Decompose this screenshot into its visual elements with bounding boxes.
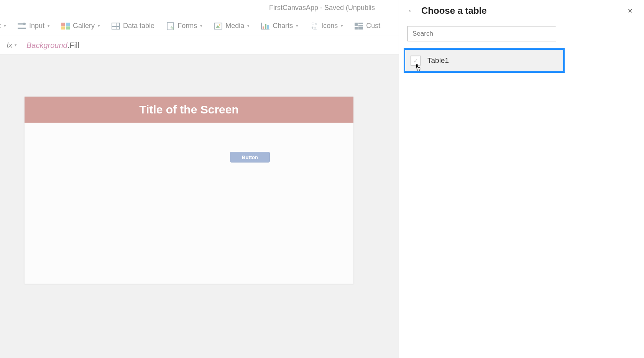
chevron-down-icon: ▾: [247, 23, 250, 28]
ribbon-custom-button[interactable]: Cust: [355, 22, 380, 30]
panel-title: Choose a table: [421, 5, 619, 16]
choose-table-panel: ← Choose a table ✕ ✓ 👆︎ Table1: [399, 0, 644, 358]
ribbon-datatable-button[interactable]: Data table: [112, 22, 154, 30]
back-arrow-icon[interactable]: ←: [407, 7, 416, 15]
app-title-text: FirstCanvasApp - Saved (Unpublis: [269, 4, 375, 12]
ribbon-charts-dropdown[interactable]: Charts ▾: [261, 22, 298, 30]
formula-identifier: Background: [26, 41, 67, 49]
app-screen[interactable]: Title of the Screen Button: [25, 97, 353, 284]
table-checkbox[interactable]: ✓ 👆︎: [411, 56, 421, 66]
divider: [21, 39, 21, 51]
table-icon: [112, 22, 120, 30]
screen-button[interactable]: Button: [230, 152, 270, 163]
chevron-down-icon: ▾: [296, 23, 298, 28]
formula-property: .Fill: [67, 41, 79, 49]
chevron-down-icon: ▾: [341, 23, 343, 28]
chevron-down-icon[interactable]: ▾: [15, 43, 17, 48]
ribbon-media-dropdown[interactable]: Media ▾: [214, 22, 250, 30]
chevron-down-icon: ▾: [200, 23, 202, 28]
ribbon-datatable-label: Data table: [123, 22, 154, 30]
ribbon-gallery-label: Gallery: [73, 22, 95, 30]
chevron-down-icon: ▾: [98, 23, 100, 28]
ribbon-icons-label: Icons: [321, 22, 338, 30]
chevron-down-icon: ▾: [48, 23, 50, 28]
ribbon-icons-dropdown[interactable]: ♡○+△ Icons ▾: [310, 22, 343, 30]
close-icon[interactable]: ✕: [624, 6, 636, 16]
ribbon-input-label: Input: [29, 22, 44, 30]
table-option-table1[interactable]: ✓ 👆︎ Table1: [404, 48, 565, 73]
screen-button-label: Button: [242, 154, 258, 160]
chart-icon: [261, 22, 269, 30]
screen-title-label[interactable]: Title of the Screen: [25, 97, 353, 123]
ribbon-text-label: ext: [0, 22, 1, 30]
icons-icon: ♡○+△: [310, 22, 318, 30]
ribbon-forms-dropdown[interactable]: Forms ▾: [166, 22, 202, 30]
gallery-icon: [61, 22, 70, 30]
ribbon-media-label: Media: [225, 22, 244, 30]
custom-icon: [355, 22, 363, 30]
ribbon-text-dropdown[interactable]: ext ▾: [0, 22, 6, 30]
ribbon-gallery-dropdown[interactable]: Gallery ▾: [61, 22, 100, 30]
ribbon-charts-label: Charts: [273, 22, 293, 30]
table-option-label: Table1: [427, 56, 449, 65]
ribbon-forms-label: Forms: [177, 22, 197, 30]
fx-label: fx: [0, 41, 12, 49]
cursor-pointer-icon: 👆︎: [414, 63, 422, 72]
chevron-down-icon: ▾: [4, 23, 6, 28]
table-search-input[interactable]: [407, 26, 556, 41]
form-icon: [166, 22, 174, 30]
panel-header: ← Choose a table ✕: [407, 5, 636, 16]
sliders-icon: [18, 22, 26, 30]
formula-expression[interactable]: Background.Fill: [26, 41, 79, 50]
ribbon-custom-label: Cust: [366, 22, 380, 30]
media-icon: [214, 22, 222, 30]
ribbon-input-dropdown[interactable]: Input ▾: [18, 22, 50, 30]
